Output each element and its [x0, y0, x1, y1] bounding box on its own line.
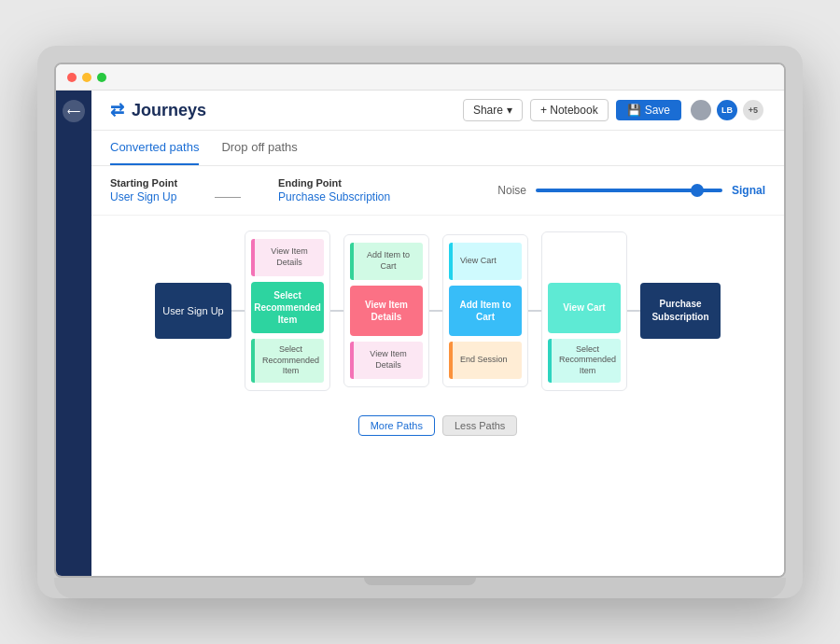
- noise-label: Noise: [497, 184, 526, 197]
- journeys-icon: ⇄: [110, 100, 124, 120]
- col4-top-spacer: [548, 240, 621, 277]
- col4-bottom-label: Select Recommended Item: [559, 344, 616, 377]
- screen-content: ⟵ ⇄ Journeys Share ▾: [56, 91, 784, 576]
- ending-point-group: Ending Point Purchase Subscription: [278, 177, 390, 203]
- col3-top-label: View Cart: [460, 256, 497, 267]
- tab-dropoff-label: Drop off paths: [221, 140, 297, 154]
- more-paths-label: More Paths: [371, 420, 423, 431]
- col2-main-card[interactable]: View Item Details: [350, 286, 423, 336]
- tab-converted-paths[interactable]: Converted paths: [110, 131, 199, 165]
- notebook-label: + Notebook: [540, 104, 598, 117]
- avatar-lb: LB: [715, 98, 739, 122]
- col3-bottom-card[interactable]: End Session: [449, 342, 522, 379]
- starting-point-label: Starting Point: [110, 177, 177, 189]
- dot-yellow: [82, 73, 91, 82]
- titlebar: [56, 64, 784, 91]
- arrow-icon: ——: [215, 189, 241, 203]
- sidebar-logo-icon: ⟵: [67, 106, 80, 117]
- connector-3: [429, 310, 442, 312]
- col1-main-card[interactable]: Select Recommended Item: [251, 282, 324, 333]
- main-content: ⇄ Journeys Share ▾ + Notebook 💾: [91, 91, 784, 576]
- start-node[interactable]: User Sign Up: [155, 283, 231, 339]
- diagram-footer: More Paths Less Paths: [110, 406, 765, 440]
- journey-diagram: User Sign Up View Item Details Select R: [91, 216, 784, 576]
- col2-top-card[interactable]: Add Item to Cart: [350, 243, 423, 280]
- connector-5: [627, 310, 640, 312]
- col1-main-label: Select Recommended Item: [254, 289, 321, 326]
- col2-top-label: Add Item to Cart: [361, 250, 415, 272]
- sidebar-logo[interactable]: ⟵: [63, 100, 85, 122]
- notebook-button[interactable]: + Notebook: [530, 99, 609, 121]
- col1-bottom-card[interactable]: Select Recommended Item: [251, 339, 324, 383]
- col4-main-card[interactable]: View Cart: [548, 283, 621, 333]
- flow-row: User Sign Up View Item Details Select R: [110, 231, 765, 391]
- share-chevron-icon: ▾: [507, 104, 512, 117]
- noise-slider[interactable]: [536, 189, 722, 192]
- start-node-label: User Sign Up: [162, 304, 223, 317]
- save-button[interactable]: 💾 Save: [616, 100, 681, 120]
- col2-bottom-card[interactable]: View Item Details: [350, 342, 423, 379]
- laptop-base: [54, 578, 786, 598]
- col1-bottom-label: Select Recommended Item: [262, 344, 319, 377]
- journey-config: Starting Point User Sign Up —— Ending Po…: [91, 166, 784, 216]
- end-node[interactable]: Purchase Subscription: [640, 283, 721, 339]
- col3-main-label: Add Item to Cart: [456, 299, 514, 323]
- col4-bottom-card[interactable]: Select Recommended Item: [548, 339, 621, 383]
- noise-control: Noise Signal: [497, 184, 765, 197]
- app-title: ⇄ Journeys: [110, 100, 206, 120]
- sidebar: ⟵: [56, 91, 91, 576]
- noise-thumb: [691, 184, 704, 197]
- tab-converted-label: Converted paths: [110, 140, 199, 154]
- laptop-frame: ⟵ ⇄ Journeys Share ▾: [37, 46, 803, 598]
- app-title-text: Journeys: [132, 101, 206, 120]
- step-group-1: View Item Details Select Recommended Ite…: [245, 231, 330, 391]
- connector-4: [528, 310, 541, 312]
- end-node-label: Purchase Subscription: [648, 298, 713, 324]
- save-label: Save: [645, 104, 670, 117]
- col3-bottom-label: End Session: [460, 355, 508, 366]
- col2-main-label: View Item Details: [357, 299, 415, 323]
- connector-2: [330, 310, 343, 312]
- col4-main-label: View Cart: [563, 301, 605, 314]
- ending-point-value[interactable]: Purchase Subscription: [278, 190, 390, 203]
- col1-top-label: View Item Details: [262, 246, 316, 268]
- connector-1: [231, 310, 245, 312]
- less-paths-button[interactable]: Less Paths: [442, 415, 517, 436]
- step-group-4: View Cart Select Recommended Item: [541, 231, 627, 391]
- col2-bottom-label: View Item Details: [361, 349, 415, 371]
- starting-point-group: Starting Point User Sign Up: [110, 177, 177, 203]
- avatar-group: LB +5: [689, 98, 765, 122]
- save-icon: 💾: [627, 104, 641, 117]
- app-header: ⇄ Journeys Share ▾ + Notebook 💾: [91, 91, 784, 131]
- col3-main-card[interactable]: Add Item to Cart: [449, 286, 522, 336]
- step-group-2: Add Item to Cart View Item Details View …: [343, 234, 429, 387]
- header-actions: Share ▾ + Notebook 💾 Save LB: [463, 98, 765, 122]
- step-group-3: View Cart Add Item to Cart End Session: [442, 234, 528, 387]
- starting-point-value[interactable]: User Sign Up: [110, 190, 177, 203]
- col3-top-card[interactable]: View Cart: [449, 243, 522, 280]
- ending-point-label: Ending Point: [278, 177, 390, 189]
- share-label: Share: [473, 104, 503, 117]
- avatar-user1: [689, 98, 713, 122]
- avatar-more: +5: [741, 98, 765, 122]
- less-paths-label: Less Paths: [455, 420, 505, 431]
- signal-label: Signal: [732, 184, 765, 197]
- laptop-screen: ⟵ ⇄ Journeys Share ▾: [54, 63, 786, 578]
- more-paths-button[interactable]: More Paths: [358, 415, 435, 436]
- tab-dropoff-paths[interactable]: Drop off paths: [221, 131, 297, 165]
- share-button[interactable]: Share ▾: [463, 99, 523, 121]
- dot-green: [97, 73, 106, 82]
- dot-red: [67, 73, 77, 82]
- col1-top-card[interactable]: View Item Details: [251, 239, 324, 276]
- tabs-bar: Converted paths Drop off paths: [91, 131, 784, 166]
